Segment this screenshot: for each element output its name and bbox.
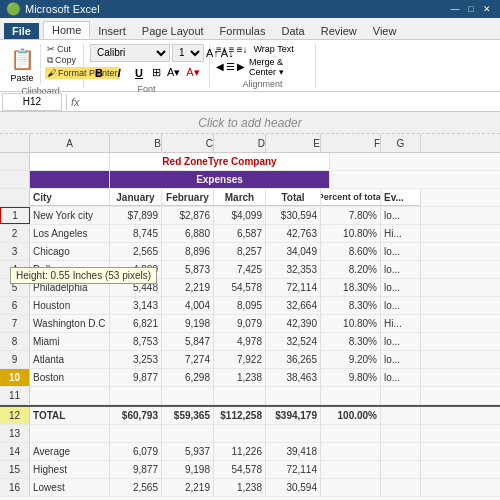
cell-16-d[interactable]: 1,238 xyxy=(214,479,266,496)
cell-16-b[interactable]: 2,565 xyxy=(110,479,162,496)
cell-10-b[interactable]: 9,877 xyxy=(110,369,162,386)
tab-page-layout[interactable]: Page Layout xyxy=(134,23,212,39)
cell-7-c[interactable]: 9,198 xyxy=(162,315,214,332)
cell-15-f[interactable] xyxy=(321,461,381,478)
row-num-7[interactable]: 7 xyxy=(0,315,30,332)
font-size-select[interactable]: 11 xyxy=(172,44,204,62)
cell-header-january[interactable]: January xyxy=(110,189,162,206)
cell-12-b[interactable]: $60,793 xyxy=(110,407,162,424)
cell-6-f[interactable]: 8.30% xyxy=(321,297,381,314)
cell-6-d[interactable]: 8,095 xyxy=(214,297,266,314)
cell-13-a[interactable] xyxy=(30,425,110,442)
align-center-h-icon[interactable]: ≡ xyxy=(229,44,235,55)
row-num-15[interactable]: 15 xyxy=(0,461,30,478)
cell-14-b[interactable]: 6,079 xyxy=(110,443,162,460)
cell-8-d[interactable]: 4,978 xyxy=(214,333,266,350)
row-num-16[interactable]: 16 xyxy=(0,479,30,496)
cell-11-a[interactable] xyxy=(30,387,110,404)
cell-9-d[interactable]: 7,922 xyxy=(214,351,266,368)
tab-data[interactable]: Data xyxy=(273,23,312,39)
cell-expenses-a[interactable] xyxy=(30,171,110,188)
cell-13-d[interactable] xyxy=(214,425,266,442)
close-button[interactable]: ✕ xyxy=(480,2,494,16)
cell-10-g[interactable]: lo... xyxy=(381,369,421,386)
col-header-f[interactable]: F xyxy=(321,134,381,152)
cell-3-b[interactable]: 2,565 xyxy=(110,243,162,260)
row-num-2[interactable]: 2 xyxy=(0,225,30,242)
cell-9-e[interactable]: 36,265 xyxy=(266,351,321,368)
cell-6-c[interactable]: 4,004 xyxy=(162,297,214,314)
cell-4-e[interactable]: 32,353 xyxy=(266,261,321,278)
cell-15-d[interactable]: 54,578 xyxy=(214,461,266,478)
cell-1-b[interactable]: $7,899 xyxy=(110,207,162,224)
cell-2-d[interactable]: 6,587 xyxy=(214,225,266,242)
cell-14-e[interactable]: 39,418 xyxy=(266,443,321,460)
cell-16-f[interactable] xyxy=(321,479,381,496)
merge-center-button[interactable]: Merge & Center ▾ xyxy=(249,57,309,77)
align-left-icon[interactable]: ◀ xyxy=(216,61,224,72)
cell-11-d[interactable] xyxy=(214,387,266,404)
col-header-d[interactable]: D xyxy=(214,134,266,152)
cell-2-e[interactable]: 42,763 xyxy=(266,225,321,242)
row-num-8[interactable]: 8 xyxy=(0,333,30,350)
cell-13-g[interactable] xyxy=(381,425,421,442)
cell-expenses-header[interactable]: Expenses xyxy=(110,171,330,188)
cell-1-g[interactable]: lo... xyxy=(381,207,421,224)
cell-header-march[interactable]: March xyxy=(214,189,266,206)
cell-11-e[interactable] xyxy=(266,387,321,404)
cell-2-g[interactable]: Hi... xyxy=(381,225,421,242)
row-num-14[interactable]: 14 xyxy=(0,443,30,460)
cell-6-g[interactable]: lo... xyxy=(381,297,421,314)
maximize-button[interactable]: □ xyxy=(464,2,478,16)
cell-7-g[interactable]: Hi... xyxy=(381,315,421,332)
wrap-text-button[interactable]: Wrap Text xyxy=(254,44,294,54)
cell-4-c[interactable]: 5,873 xyxy=(162,261,214,278)
sheet-header[interactable]: Click to add header xyxy=(0,112,500,134)
col-header-c[interactable]: C xyxy=(162,134,214,152)
cell-11-c[interactable] xyxy=(162,387,214,404)
cell-5-g[interactable]: lo... xyxy=(381,279,421,296)
italic-button[interactable]: I xyxy=(110,64,128,82)
cell-10-d[interactable]: 1,238 xyxy=(214,369,266,386)
cell-6-e[interactable]: 32,664 xyxy=(266,297,321,314)
cell-9-f[interactable]: 9.20% xyxy=(321,351,381,368)
cell-16-g[interactable] xyxy=(381,479,421,496)
cell-8-a[interactable]: Miami xyxy=(30,333,110,350)
cell-10-f[interactable]: 9.80% xyxy=(321,369,381,386)
cell-14-f[interactable] xyxy=(321,443,381,460)
cell-3-c[interactable]: 8,896 xyxy=(162,243,214,260)
cell-header-total[interactable]: Total xyxy=(266,189,321,206)
border-button[interactable]: ⊞ xyxy=(150,66,163,79)
cell-14-g[interactable] xyxy=(381,443,421,460)
align-top-left-icon[interactable]: ≡↑ xyxy=(216,44,227,55)
cell-15-g[interactable] xyxy=(381,461,421,478)
cell-14-a[interactable]: Average xyxy=(30,443,110,460)
cell-10-e[interactable]: 38,463 xyxy=(266,369,321,386)
cell-12-e[interactable]: $394,179 xyxy=(266,407,321,424)
row-num-11[interactable]: 11 xyxy=(0,387,30,404)
cell-5-f[interactable]: 18.30% xyxy=(321,279,381,296)
cell-13-f[interactable] xyxy=(321,425,381,442)
cell-1-d[interactable]: $4,099 xyxy=(214,207,266,224)
cell-15-b[interactable]: 9,877 xyxy=(110,461,162,478)
cell-13-c[interactable] xyxy=(162,425,214,442)
cell-1-e[interactable]: $30,594 xyxy=(266,207,321,224)
cell-7-a[interactable]: Washington D.C xyxy=(30,315,110,332)
cell-1-c[interactable]: $2,876 xyxy=(162,207,214,224)
cell-16-a[interactable]: Lowest xyxy=(30,479,110,496)
col-header-a[interactable]: A xyxy=(30,134,110,152)
tab-formulas[interactable]: Formulas xyxy=(212,23,274,39)
bold-button[interactable]: B xyxy=(90,64,108,82)
cell-company-a[interactable] xyxy=(30,153,110,170)
row-num-9[interactable]: 9 xyxy=(0,351,30,368)
tab-review[interactable]: Review xyxy=(313,23,365,39)
cell-2-b[interactable]: 8,745 xyxy=(110,225,162,242)
minimize-button[interactable]: — xyxy=(448,2,462,16)
cell-7-b[interactable]: 6,821 xyxy=(110,315,162,332)
cell-12-c[interactable]: $59,365 xyxy=(162,407,214,424)
font-color-button[interactable]: A▾ xyxy=(184,66,201,79)
cell-4-g[interactable]: lo... xyxy=(381,261,421,278)
cell-5-e[interactable]: 72,114 xyxy=(266,279,321,296)
cell-2-a[interactable]: Los Angeles xyxy=(30,225,110,242)
cell-company-b[interactable]: Red ZoneTyre Company xyxy=(110,153,330,170)
